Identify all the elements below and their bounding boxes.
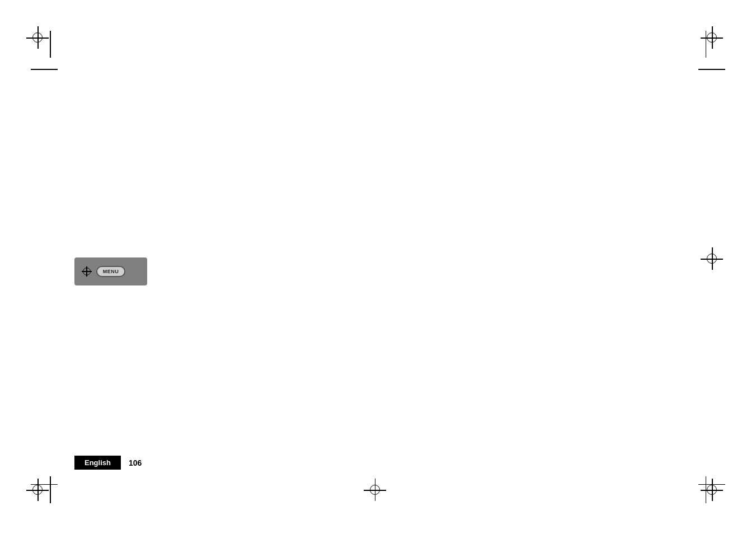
language-badge: English [74,456,121,470]
crop-line-top-right-horizontal [698,69,725,70]
registration-mark-bottom-center [368,483,388,503]
crop-line-bottom-right-vertical [706,476,707,503]
registration-mark-bottom-left [31,483,51,503]
crop-line-bottom-right-horizontal [698,484,725,485]
registration-mark-bottom-right [705,483,725,503]
reg-circle-bottom-left [32,485,43,495]
reg-circle-middle-right [707,254,717,264]
reg-circle-top-right [707,32,717,43]
crop-line-bottom-left-horizontal [31,484,58,485]
crop-line-top-right-vertical [706,31,707,58]
menu-bar-container: MENU [74,257,147,285]
menu-bar-crosshair-circle [83,268,91,275]
footer: English 106 [74,456,142,470]
menu-bar-crosshair-icon [82,267,91,276]
menu-button[interactable]: MENU [96,266,126,277]
crop-line-top-left-horizontal [31,69,58,70]
registration-mark-top-right [705,31,725,51]
reg-circle-bottom-right [707,485,717,495]
menu-bar: MENU [74,257,147,285]
reg-circle-top-left [32,32,43,43]
registration-mark-middle-right [705,252,725,272]
crop-line-bottom-left-vertical [50,476,51,503]
page-number: 106 [129,458,142,467]
registration-mark-top-left [31,31,51,51]
crop-line-top-left-vertical [50,31,51,58]
reg-circle-bottom-center [370,485,380,495]
